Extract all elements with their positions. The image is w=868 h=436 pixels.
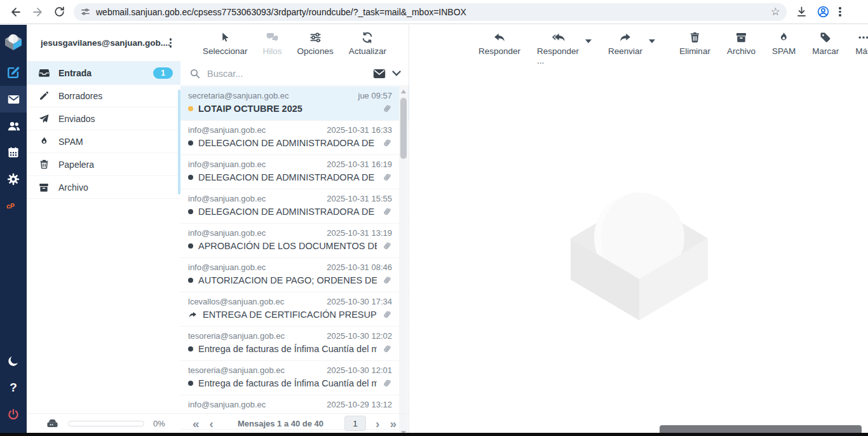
unread-badge: 1 [153,67,173,79]
spam-flame-icon [778,31,790,44]
bottom-edge [0,433,868,436]
rail-contacts-icon[interactable] [0,112,27,139]
message-status-dot[interactable] [188,106,193,111]
bookmark-star-icon[interactable]: ☆ [771,5,780,18]
forward-mail-icon [618,31,632,44]
message-status-dot[interactable] [188,175,193,180]
folder-trash[interactable]: Papelera [27,153,180,176]
folder-sent[interactable]: Enviados [27,107,180,130]
select-button[interactable]: Seleccionar [203,31,248,56]
message-row[interactable]: info@sanjuan.gob.ec2025-10-31 08:46AUTOR… [180,258,409,292]
account-email: jesusgavilanes@sanjuan.gob.... [41,38,170,48]
mark-button[interactable]: Marcar [812,31,839,56]
reply-all-caret-icon[interactable] [585,39,592,43]
spam-button[interactable]: SPAM [772,31,796,56]
forward-caret-icon[interactable] [649,39,655,43]
tag-icon [819,31,832,44]
reply-button[interactable]: Responder [478,31,520,56]
message-sender: info@sanjuan.gob.ec [188,125,327,135]
forward-button[interactable]: Reenviar [608,31,642,56]
back-icon[interactable] [5,1,27,23]
message-row[interactable]: info@sanjuan.gob.ec2025-10-31 16:19DELEG… [180,155,409,189]
quota-percent: 0% [153,419,165,428]
refresh-button[interactable]: Actualizar [349,31,386,56]
message-list-panel: Seleccionar Hilos Opciones Actualizar [180,25,409,433]
folder-inbox[interactable]: Entrada 1 [27,62,180,85]
first-page-icon[interactable]: « [189,418,203,430]
reload-icon[interactable] [48,1,70,23]
message-sender: tesoreria@sanjuan.gob.ec [188,365,327,375]
archive-button[interactable]: Archivo [727,31,756,56]
forward-icon[interactable] [27,1,48,23]
message-sender: lcevallos@sanjuan.gob.ec [188,297,327,306]
message-row[interactable]: lcevallos@sanjuan.gob.ec2025-10-30 17:34… [180,292,409,327]
site-settings-icon[interactable] [80,6,91,17]
message-subject: Entrega de facturas de Ínfima Cuantía de… [198,344,377,354]
message-row[interactable]: tesoreria@sanjuan.gob.ec2025-10-30 12:01… [180,361,409,395]
search-input[interactable] [207,69,367,79]
message-status-dot[interactable] [188,243,193,249]
attachment-icon [382,207,392,217]
message-status-dot[interactable] [188,278,193,283]
next-page-icon[interactable]: › [372,418,383,430]
folder-archive[interactable]: Archivo [27,176,180,199]
account-options-icon[interactable] [170,38,172,48]
message-status-dot[interactable] [188,209,193,214]
message-subject: AUTORIZACION DE PAGO; ORDENES DE CO... [198,275,377,285]
rail-calendar-icon[interactable] [0,139,27,166]
profile-icon[interactable] [817,5,830,18]
search-scope-icon[interactable] [373,69,386,79]
rail-mail-icon[interactable] [0,86,27,112]
message-sender: tesoreria@sanjuan.gob.ec [188,331,327,341]
attachment-icon [382,241,392,251]
browser-menu-icon[interactable] [839,7,841,17]
message-status-dot[interactable] [188,381,193,386]
folder-label: Borradores [58,91,173,101]
address-bar[interactable]: webmail.sanjuan.gob.ec/cpsess7753063093/… [74,3,787,21]
threads-button[interactable]: Hilos [263,31,282,56]
quota-bar: 0% [27,413,180,433]
pencil-icon [37,90,51,101]
compose-button[interactable] [0,59,27,86]
scrollbar-thumb[interactable] [400,98,407,159]
reply-all-button[interactable]: Responder ... [537,31,579,65]
message-subject: Entrega de facturas de Ínfima Cuantía de… [198,378,377,388]
list-toolbar: Seleccionar Hilos Opciones Actualizar [180,25,409,62]
message-date: 2025-10-31 15:55 [327,194,392,203]
delete-icon [689,31,701,44]
search-options-chevron-icon[interactable] [392,71,401,76]
folder-drafts[interactable]: Borradores [27,85,180,107]
url-text[interactable]: webmail.sanjuan.gob.ec/cpsess7753063093/… [96,7,766,17]
message-status-dot[interactable] [188,346,193,351]
options-button[interactable]: Opciones [297,31,334,56]
help-icon[interactable]: ? [0,374,27,401]
trash-icon [37,159,51,170]
dark-mode-icon[interactable] [0,348,27,374]
storage-icon [46,418,59,429]
scroll-up-icon[interactable] [401,90,406,93]
search-bar [180,62,409,86]
logout-icon[interactable] [0,401,27,428]
attachment-icon [382,104,392,114]
forwarded-status-icon[interactable] [188,311,198,319]
message-row[interactable]: tesoreria@sanjuan.gob.ec2025-10-30 12:02… [180,327,409,361]
reply-icon [492,31,506,44]
more-button[interactable]: Más [855,31,868,56]
list-scrollbar[interactable] [399,86,408,436]
folder-spam[interactable]: SPAM [27,130,180,153]
download-icon[interactable] [796,6,808,18]
message-row[interactable]: secretaria@sanjuan.gob.ecjue 09:57LOTAIP… [180,86,409,121]
last-page-icon[interactable]: » [386,418,400,430]
cpanel-icon[interactable]: cP [0,193,27,219]
mail-toolbar: Responder Responder ... Reenviar [410,25,868,62]
page-number-input[interactable]: 1 [344,416,366,431]
message-row[interactable]: info@sanjuan.gob.ec2025-10-31 16:33DELEG… [180,121,409,155]
message-status-dot[interactable] [188,140,193,146]
prev-page-icon[interactable]: ‹ [207,418,217,430]
message-row[interactable]: info@sanjuan.gob.ec2025-10-31 15:55DELEG… [180,189,409,224]
message-row[interactable]: info@sanjuan.gob.ec2025-10-31 13:19APROB… [180,224,409,258]
delete-button[interactable]: Eliminar [679,31,710,56]
cursor-icon [219,31,231,44]
rail-settings-icon[interactable] [0,166,27,193]
folder-label: Archivo [58,182,173,193]
